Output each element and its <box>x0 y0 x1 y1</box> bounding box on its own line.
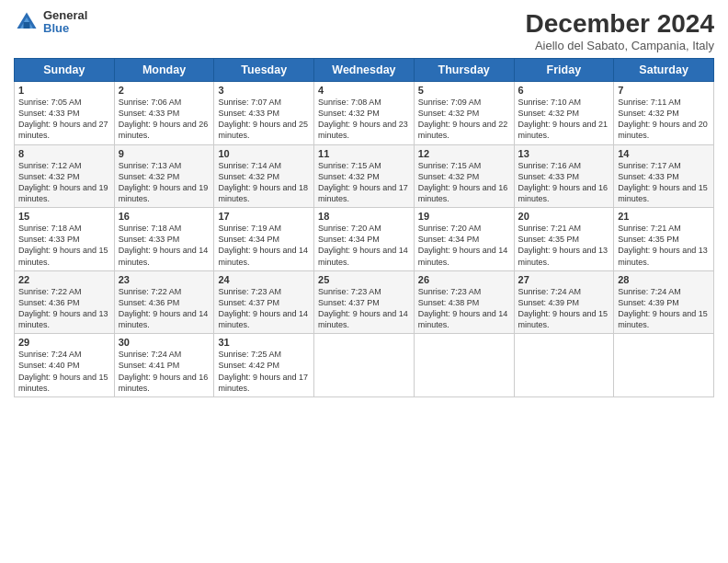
day-number: 9 <box>119 148 210 159</box>
calendar-week-2: 8 Sunrise: 7:12 AMSunset: 4:32 PMDayligh… <box>15 144 714 208</box>
logo-blue-text: Blue <box>43 22 87 35</box>
cell-info: Sunrise: 7:12 AMSunset: 4:32 PMDaylight:… <box>18 161 108 203</box>
calendar-cell: 23 Sunrise: 7:22 AMSunset: 4:36 PMDaylig… <box>114 270 214 334</box>
header: General Blue December 2024 Aiello del Sa… <box>14 9 714 52</box>
page: General Blue December 2024 Aiello del Sa… <box>0 0 728 563</box>
calendar-cell: 11 Sunrise: 7:15 AMSunset: 4:32 PMDaylig… <box>314 144 415 208</box>
logo-text: General Blue <box>43 9 87 36</box>
svg-rect-2 <box>24 22 30 29</box>
cell-info: Sunrise: 7:11 AMSunset: 4:32 PMDaylight:… <box>618 98 708 140</box>
day-number: 24 <box>218 274 310 285</box>
day-number: 15 <box>18 211 110 222</box>
calendar-cell: 29 Sunrise: 7:24 AMSunset: 4:40 PMDaylig… <box>15 334 115 397</box>
calendar-cell: 17 Sunrise: 7:19 AMSunset: 4:34 PMDaylig… <box>214 208 314 271</box>
calendar-cell: 9 Sunrise: 7:13 AMSunset: 4:32 PMDayligh… <box>114 144 214 208</box>
cell-info: Sunrise: 7:09 AMSunset: 4:32 PMDaylight:… <box>418 98 508 140</box>
cell-info: Sunrise: 7:21 AMSunset: 4:35 PMDaylight:… <box>518 224 609 266</box>
calendar-cell <box>514 334 614 397</box>
day-number: 18 <box>318 211 410 222</box>
calendar-cell: 6 Sunrise: 7:10 AMSunset: 4:32 PMDayligh… <box>514 82 614 145</box>
day-number: 28 <box>618 274 710 285</box>
day-number: 21 <box>618 211 710 222</box>
calendar-cell: 13 Sunrise: 7:16 AMSunset: 4:33 PMDaylig… <box>514 144 614 208</box>
calendar-cell <box>414 334 514 397</box>
calendar-cell: 20 Sunrise: 7:21 AMSunset: 4:35 PMDaylig… <box>514 208 614 271</box>
calendar-cell: 7 Sunrise: 7:11 AMSunset: 4:32 PMDayligh… <box>614 82 714 145</box>
day-number: 27 <box>518 274 610 285</box>
cell-info: Sunrise: 7:13 AMSunset: 4:32 PMDaylight:… <box>119 161 209 203</box>
calendar-cell: 3 Sunrise: 7:07 AMSunset: 4:33 PMDayligh… <box>214 82 314 145</box>
calendar-header-monday: Monday <box>114 59 214 82</box>
calendar-table: SundayMondayTuesdayWednesdayThursdayFrid… <box>14 58 714 397</box>
day-number: 3 <box>218 85 310 96</box>
day-number: 22 <box>18 274 110 285</box>
day-number: 29 <box>18 337 110 348</box>
day-number: 2 <box>119 85 210 96</box>
cell-info: Sunrise: 7:10 AMSunset: 4:32 PMDaylight:… <box>518 98 609 140</box>
day-number: 14 <box>618 148 710 159</box>
day-number: 6 <box>518 85 610 96</box>
cell-info: Sunrise: 7:06 AMSunset: 4:33 PMDaylight:… <box>119 98 209 140</box>
day-number: 25 <box>318 274 410 285</box>
calendar-cell: 2 Sunrise: 7:06 AMSunset: 4:33 PMDayligh… <box>114 82 214 145</box>
cell-info: Sunrise: 7:18 AMSunset: 4:33 PMDaylight:… <box>119 224 209 266</box>
calendar-header-wednesday: Wednesday <box>314 59 415 82</box>
calendar-cell: 26 Sunrise: 7:23 AMSunset: 4:38 PMDaylig… <box>414 270 514 334</box>
cell-info: Sunrise: 7:24 AMSunset: 4:40 PMDaylight:… <box>18 350 108 392</box>
cell-info: Sunrise: 7:22 AMSunset: 4:36 PMDaylight:… <box>18 287 108 329</box>
day-number: 4 <box>318 85 410 96</box>
cell-info: Sunrise: 7:16 AMSunset: 4:33 PMDaylight:… <box>518 161 609 203</box>
calendar-cell: 19 Sunrise: 7:20 AMSunset: 4:34 PMDaylig… <box>414 208 514 271</box>
cell-info: Sunrise: 7:17 AMSunset: 4:33 PMDaylight:… <box>618 161 708 203</box>
calendar-header-tuesday: Tuesday <box>214 59 314 82</box>
day-number: 5 <box>418 85 510 96</box>
cell-info: Sunrise: 7:23 AMSunset: 4:38 PMDaylight:… <box>418 287 508 329</box>
day-number: 7 <box>618 85 710 96</box>
calendar-cell: 4 Sunrise: 7:08 AMSunset: 4:32 PMDayligh… <box>314 82 415 145</box>
logo-general-text: General <box>43 9 87 22</box>
day-number: 11 <box>318 148 410 159</box>
calendar-cell: 25 Sunrise: 7:23 AMSunset: 4:37 PMDaylig… <box>314 270 415 334</box>
title-block: December 2024 Aiello del Sabato, Campani… <box>526 9 714 52</box>
cell-info: Sunrise: 7:25 AMSunset: 4:42 PMDaylight:… <box>218 350 308 392</box>
cell-info: Sunrise: 7:22 AMSunset: 4:36 PMDaylight:… <box>119 287 209 329</box>
calendar-week-4: 22 Sunrise: 7:22 AMSunset: 4:36 PMDaylig… <box>15 270 714 334</box>
calendar-week-1: 1 Sunrise: 7:05 AMSunset: 4:33 PMDayligh… <box>15 82 714 145</box>
cell-info: Sunrise: 7:19 AMSunset: 4:34 PMDaylight:… <box>218 224 308 266</box>
calendar-cell <box>614 334 714 397</box>
calendar-week-5: 29 Sunrise: 7:24 AMSunset: 4:40 PMDaylig… <box>15 334 714 397</box>
calendar-cell: 12 Sunrise: 7:15 AMSunset: 4:32 PMDaylig… <box>414 144 514 208</box>
calendar-cell: 30 Sunrise: 7:24 AMSunset: 4:41 PMDaylig… <box>114 334 214 397</box>
calendar-cell: 1 Sunrise: 7:05 AMSunset: 4:33 PMDayligh… <box>15 82 115 145</box>
cell-info: Sunrise: 7:08 AMSunset: 4:32 PMDaylight:… <box>318 98 408 140</box>
calendar-cell: 14 Sunrise: 7:17 AMSunset: 4:33 PMDaylig… <box>614 144 714 208</box>
cell-info: Sunrise: 7:07 AMSunset: 4:33 PMDaylight:… <box>218 98 308 140</box>
calendar-cell: 31 Sunrise: 7:25 AMSunset: 4:42 PMDaylig… <box>214 334 314 397</box>
day-number: 26 <box>418 274 510 285</box>
calendar-cell: 21 Sunrise: 7:21 AMSunset: 4:35 PMDaylig… <box>614 208 714 271</box>
calendar-cell: 24 Sunrise: 7:23 AMSunset: 4:37 PMDaylig… <box>214 270 314 334</box>
day-number: 13 <box>518 148 610 159</box>
day-number: 1 <box>18 85 110 96</box>
calendar-header-thursday: Thursday <box>414 59 514 82</box>
cell-info: Sunrise: 7:15 AMSunset: 4:32 PMDaylight:… <box>318 161 408 203</box>
subtitle: Aiello del Sabato, Campania, Italy <box>526 39 714 52</box>
day-number: 31 <box>218 337 310 348</box>
cell-info: Sunrise: 7:24 AMSunset: 4:41 PMDaylight:… <box>119 350 209 392</box>
cell-info: Sunrise: 7:24 AMSunset: 4:39 PMDaylight:… <box>618 287 708 329</box>
day-number: 19 <box>418 211 510 222</box>
day-number: 23 <box>119 274 210 285</box>
cell-info: Sunrise: 7:18 AMSunset: 4:33 PMDaylight:… <box>18 224 108 266</box>
calendar-cell: 16 Sunrise: 7:18 AMSunset: 4:33 PMDaylig… <box>114 208 214 271</box>
cell-info: Sunrise: 7:24 AMSunset: 4:39 PMDaylight:… <box>518 287 609 329</box>
calendar-header-friday: Friday <box>514 59 614 82</box>
calendar-cell: 10 Sunrise: 7:14 AMSunset: 4:32 PMDaylig… <box>214 144 314 208</box>
calendar-cell: 8 Sunrise: 7:12 AMSunset: 4:32 PMDayligh… <box>15 144 115 208</box>
day-number: 12 <box>418 148 510 159</box>
calendar-cell: 28 Sunrise: 7:24 AMSunset: 4:39 PMDaylig… <box>614 270 714 334</box>
cell-info: Sunrise: 7:14 AMSunset: 4:32 PMDaylight:… <box>218 161 308 203</box>
calendar-cell <box>314 334 415 397</box>
day-number: 16 <box>119 211 210 222</box>
calendar-header-saturday: Saturday <box>614 59 714 82</box>
logo-icon <box>14 9 40 35</box>
